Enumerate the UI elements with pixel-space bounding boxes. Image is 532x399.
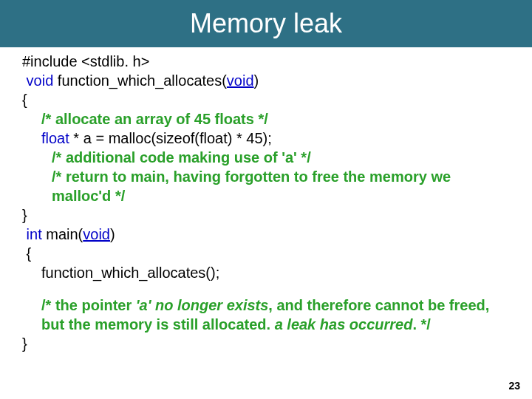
keyword-float: float bbox=[41, 130, 69, 146]
code-line: malloc'd */ bbox=[22, 186, 510, 205]
preproc: #include <stdlib. h> bbox=[22, 53, 149, 69]
blank-line bbox=[22, 282, 510, 296]
code-line: /* allocate an array of 45 floats */ bbox=[22, 109, 510, 129]
code-line: but the memory is still allocated. a lea… bbox=[22, 315, 510, 334]
keyword-void-param: void bbox=[83, 226, 110, 242]
code-line: { bbox=[22, 90, 510, 109]
code-line: } bbox=[22, 334, 510, 353]
code-block: #include <stdlib. h> void function_which… bbox=[0, 47, 532, 353]
code-line: { bbox=[22, 244, 510, 263]
code-line: float * a = malloc(sizeof(float) * 45); bbox=[22, 129, 510, 148]
comment: /* allocate an array of 45 floats */ bbox=[41, 111, 268, 127]
code-line: function_which_allocates(); bbox=[22, 263, 510, 282]
code-line: /* return to main, having forgotten to f… bbox=[22, 167, 510, 186]
code-line: int main(void) bbox=[22, 225, 510, 244]
page-number: 23 bbox=[508, 380, 520, 392]
comment: /* additional code making use of 'a' */ bbox=[52, 149, 311, 166]
code-line: /* the pointer 'a' no longer exists, and… bbox=[22, 296, 510, 315]
paren: ) bbox=[110, 226, 115, 242]
code-line: #include <stdlib. h> bbox=[22, 52, 510, 71]
keyword-void: void bbox=[27, 72, 54, 89]
keyword-int: int bbox=[27, 226, 42, 242]
comment: /* return to main, having forgotten to f… bbox=[52, 168, 451, 185]
fn-main: main( bbox=[42, 226, 83, 242]
fn-name: function_which_allocates( bbox=[53, 72, 227, 89]
code-line: } bbox=[22, 205, 510, 225]
code-line: void function_which_allocates(void) bbox=[22, 71, 510, 90]
comment-em: a leak has occurred bbox=[275, 316, 413, 332]
comment: but the memory is still allocated. bbox=[41, 316, 275, 332]
comment-em: 'a' no longer exists bbox=[136, 297, 269, 313]
keyword-void-param: void bbox=[227, 72, 254, 89]
malloc-call: * a = malloc(sizeof(float) * 45); bbox=[69, 130, 272, 146]
comment: . */ bbox=[412, 316, 430, 332]
code-line: /* additional code making use of 'a' */ bbox=[22, 148, 510, 167]
slide-title: Memory leak bbox=[190, 8, 342, 39]
comment: /* the pointer bbox=[41, 297, 136, 313]
comment: malloc'd */ bbox=[52, 188, 125, 204]
title-bar: Memory leak bbox=[0, 0, 532, 47]
comment: , and therefore cannot be freed, bbox=[268, 297, 489, 313]
paren: ) bbox=[254, 72, 259, 89]
